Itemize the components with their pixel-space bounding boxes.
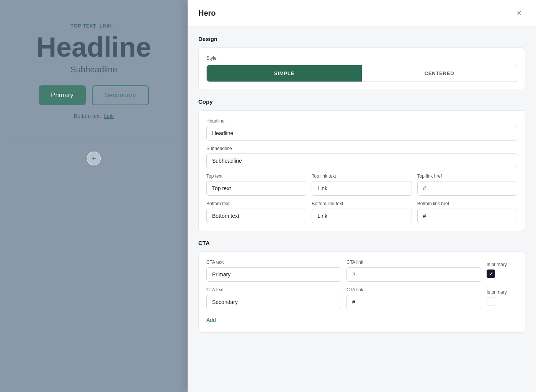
bottom-link-text-label: Bottom link text: [312, 201, 412, 206]
cta-text-input-1[interactable]: [206, 267, 341, 282]
bg-buttons: Primary Secondary: [39, 85, 149, 105]
cta-text-label-2: CTA text: [206, 287, 341, 292]
cta-text-label-1: CTA text: [206, 260, 341, 265]
cta-link-label-1: CTA link: [346, 260, 481, 265]
design-section-title: Design: [198, 36, 525, 42]
bg-divider: [10, 142, 178, 142]
subheadline-label: Subheadline: [206, 146, 517, 151]
bg-top-text: TOP TEXT LINK →: [69, 23, 118, 29]
cta-link-input-1[interactable]: [346, 267, 481, 282]
copy-section-title: Copy: [198, 98, 525, 105]
bottom-text-label: Bottom text: [206, 201, 306, 206]
bottom-link-href-label: Bottom link href: [417, 201, 517, 206]
is-primary-checkbox-wrapper-2: [487, 297, 517, 309]
cta-text-input-2[interactable]: [206, 295, 341, 309]
top-link-href-input[interactable]: [417, 181, 517, 196]
panel-title: Hero: [198, 9, 216, 18]
design-card: Style SIMPLE CENTERED: [198, 47, 525, 90]
bg-subheadline: Subheadline: [70, 65, 117, 75]
copy-card: Headline Subheadline Top text Top link t…: [198, 110, 525, 231]
cta-row-2: CTA text CTA link Is primary: [206, 287, 517, 309]
add-cta-button[interactable]: Add: [206, 315, 216, 325]
is-primary-label-1: Is primary: [487, 262, 517, 267]
subheadline-input[interactable]: [206, 154, 517, 168]
headline-label: Headline: [206, 118, 517, 124]
top-text-input[interactable]: [206, 181, 306, 196]
top-link-text-input[interactable]: [312, 181, 412, 196]
is-primary-checkbox-wrapper-1: [487, 270, 517, 282]
headline-input[interactable]: [206, 126, 517, 140]
top-link-text-label: Top link text: [312, 173, 412, 179]
cta-card: CTA text CTA link Is primary CTA text: [198, 252, 525, 333]
cta-link-input-2[interactable]: [346, 295, 481, 309]
bg-primary-button[interactable]: Primary: [39, 85, 86, 105]
style-simple-button[interactable]: SIMPLE: [207, 65, 362, 82]
panel-body: Design Style SIMPLE CENTERED Copy Headli…: [188, 26, 536, 350]
style-toggle: SIMPLE CENTERED: [206, 65, 517, 82]
bottom-link-text-input[interactable]: [312, 209, 412, 223]
hero-panel: Hero × Design Style SIMPLE CENTERED Copy…: [188, 0, 536, 392]
is-primary-checkbox-2[interactable]: [487, 297, 495, 305]
background-preview: TOP TEXT LINK → Headline Subheadline Pri…: [0, 0, 188, 392]
bottom-text-input[interactable]: [206, 209, 306, 223]
is-primary-label-2: Is primary: [487, 289, 517, 295]
top-link-href-label: Top link href: [417, 173, 517, 179]
is-primary-checkbox-1[interactable]: [487, 270, 495, 278]
close-button[interactable]: ×: [513, 7, 525, 19]
bg-secondary-button[interactable]: Secondary: [92, 85, 149, 105]
bg-add-button[interactable]: +: [87, 152, 101, 165]
cta-link-label-2: CTA link: [346, 287, 481, 292]
top-text-label: Top text: [206, 173, 306, 179]
bg-bottom-text: Bottom text Link: [74, 113, 114, 119]
bottom-link-href-input[interactable]: [417, 209, 517, 223]
style-label: Style: [206, 56, 517, 61]
bg-headline: Headline: [36, 33, 151, 61]
cta-row-1: CTA text CTA link Is primary: [206, 260, 517, 282]
panel-header: Hero ×: [188, 0, 536, 26]
cta-section-title: CTA: [198, 240, 525, 246]
style-centered-button[interactable]: CENTERED: [362, 65, 517, 82]
